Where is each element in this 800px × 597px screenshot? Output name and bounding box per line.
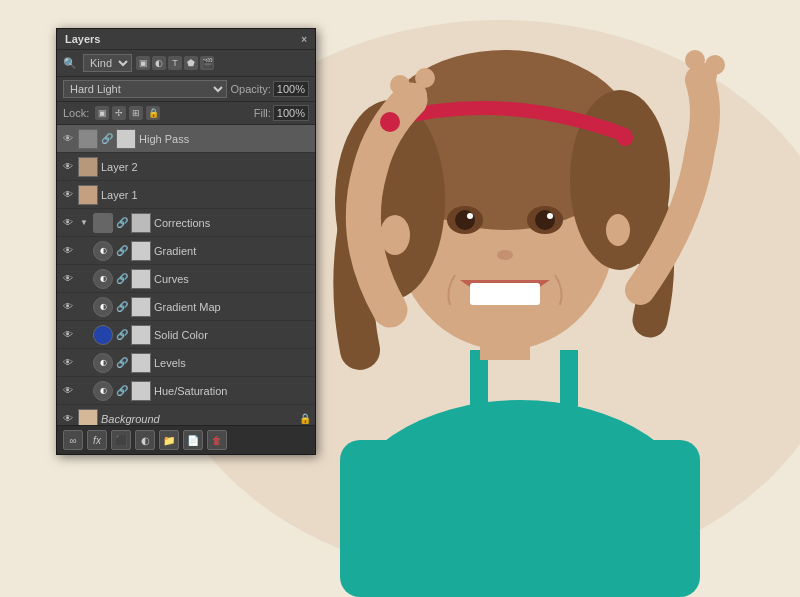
lock-artboard-icon[interactable]: ⊞ [129, 106, 143, 120]
layer-name-2: Layer 2 [101, 161, 311, 173]
mask-corrections [131, 213, 151, 233]
thumb-hue-sat: ◐ [93, 381, 113, 401]
layer-name-high-pass: High Pass [139, 133, 311, 145]
svg-point-20 [606, 214, 630, 246]
panel-header: Layers × [57, 29, 315, 50]
layer-high-pass[interactable]: 👁 🔗 High Pass [57, 125, 315, 153]
panel-title: Layers [65, 33, 100, 45]
delete-layer-button[interactable]: 🗑 [207, 430, 227, 450]
filter-icons: ▣ ◐ T ⬟ 🎬 [136, 56, 214, 70]
layers-panel: Layers × 🔍 Kind ▣ ◐ T ⬟ 🎬 Hard Light Nor… [56, 28, 316, 455]
eye-icon-layer2[interactable]: 👁 [61, 160, 75, 174]
layer-name-hue-sat: Hue/Saturation [154, 385, 311, 397]
lock-all-icon[interactable]: 🔒 [146, 106, 160, 120]
layer-background[interactable]: 👁 Background 🔒 [57, 405, 315, 425]
layer-name-gradient: Gradient [154, 245, 311, 257]
layer-corrections-group[interactable]: 👁 ▼ 🔗 Corrections [57, 209, 315, 237]
eye-icon-high-pass[interactable]: 👁 [61, 132, 75, 146]
svg-rect-5 [560, 350, 578, 470]
thumb-levels: ◐ [93, 353, 113, 373]
thumb-layer2 [78, 157, 98, 177]
mask-high-pass [116, 129, 136, 149]
eye-icon-gradient-map[interactable]: 👁 [61, 300, 75, 314]
layer-name-corrections: Corrections [154, 217, 311, 229]
svg-rect-4 [470, 350, 488, 470]
svg-point-26 [685, 50, 705, 70]
mask-curves [131, 269, 151, 289]
link-icon-levels: 🔗 [116, 357, 128, 369]
fill-group: Fill: 100% [254, 105, 309, 121]
link-icon-curves: 🔗 [116, 273, 128, 285]
svg-rect-18 [470, 283, 540, 305]
layer-1[interactable]: 👁 Layer 1 [57, 181, 315, 209]
layer-list: 👁 🔗 High Pass 👁 Layer 2 👁 Layer 1 [57, 125, 315, 425]
svg-point-27 [380, 112, 400, 132]
layer-curves[interactable]: 👁 ◐ 🔗 Curves [57, 265, 315, 293]
eye-icon-background[interactable]: 👁 [61, 412, 75, 426]
filter-kind-icon: 🔍 [63, 57, 77, 70]
thumb-high-pass [78, 129, 98, 149]
thumb-solid-color [93, 325, 113, 345]
svg-point-28 [617, 130, 633, 146]
thumb-layer1 [78, 185, 98, 205]
eye-icon-solid-color[interactable]: 👁 [61, 328, 75, 342]
layer-name-solid-color: Solid Color [154, 329, 311, 341]
layer-levels[interactable]: 👁 ◐ 🔗 Levels [57, 349, 315, 377]
svg-point-14 [535, 210, 555, 230]
panel-header-controls: × [301, 34, 307, 45]
new-layer-button[interactable]: 📄 [183, 430, 203, 450]
svg-point-13 [455, 210, 475, 230]
filter-kind-select[interactable]: Kind [83, 54, 132, 72]
eye-icon-gradient[interactable]: 👁 [61, 244, 75, 258]
lock-label: Lock: [63, 107, 89, 119]
layer-gradient[interactable]: 👁 ◐ 🔗 Gradient [57, 237, 315, 265]
layer-solid-color[interactable]: 👁 🔗 Solid Color [57, 321, 315, 349]
mask-solid-color [131, 325, 151, 345]
link-icon-high-pass: 🔗 [101, 133, 113, 145]
panel-close-button[interactable]: × [301, 34, 307, 45]
shape-filter-icon[interactable]: ⬟ [184, 56, 198, 70]
eye-icon-levels[interactable]: 👁 [61, 356, 75, 370]
mask-hue-sat [131, 381, 151, 401]
svg-point-17 [497, 250, 513, 260]
lock-pixel-icon[interactable]: ▣ [95, 106, 109, 120]
eye-icon-corrections[interactable]: 👁 [61, 216, 75, 230]
eye-icon-curves[interactable]: 👁 [61, 272, 75, 286]
add-group-button[interactable]: 📁 [159, 430, 179, 450]
smart-filter-icon[interactable]: 🎬 [200, 56, 214, 70]
pixel-filter-icon[interactable]: ▣ [136, 56, 150, 70]
thumb-gradient: ◐ [93, 241, 113, 261]
type-filter-icon[interactable]: T [168, 56, 182, 70]
fx-button[interactable]: fx [87, 430, 107, 450]
svg-point-15 [467, 213, 473, 219]
opacity-label: Opacity: [231, 83, 271, 95]
mask-gradient-map [131, 297, 151, 317]
eye-icon-hue-sat[interactable]: 👁 [61, 384, 75, 398]
svg-point-25 [705, 55, 725, 75]
link-icon-gradient: 🔗 [116, 245, 128, 257]
layer-gradient-map[interactable]: 👁 ◐ 🔗 Gradient Map [57, 293, 315, 321]
add-mask-button[interactable]: ⬛ [111, 430, 131, 450]
lock-row: Lock: ▣ ✢ ⊞ 🔒 Fill: 100% [57, 102, 315, 125]
fill-value[interactable]: 100% [273, 105, 309, 121]
layer-hue-saturation[interactable]: 👁 ◐ 🔗 Hue/Saturation [57, 377, 315, 405]
opacity-value[interactable]: 100% [273, 81, 309, 97]
link-icon-hue-sat: 🔗 [116, 385, 128, 397]
layer-name-background: Background [101, 413, 296, 425]
layer-name-levels: Levels [154, 357, 311, 369]
add-adjustment-button[interactable]: ◐ [135, 430, 155, 450]
svg-point-19 [380, 215, 410, 255]
layer-2[interactable]: 👁 Layer 2 [57, 153, 315, 181]
fill-label: Fill: [254, 107, 271, 119]
lock-background-icon: 🔒 [299, 413, 311, 425]
svg-point-23 [415, 68, 435, 88]
lock-position-icon[interactable]: ✢ [112, 106, 126, 120]
adjustment-filter-icon[interactable]: ◐ [152, 56, 166, 70]
lock-icons: ▣ ✢ ⊞ 🔒 [95, 106, 160, 120]
group-arrow-corrections[interactable]: ▼ [78, 217, 90, 229]
blend-mode-select[interactable]: Hard Light Normal Multiply Screen Overla… [63, 80, 227, 98]
layer-name-gradient-map: Gradient Map [154, 301, 311, 313]
eye-icon-layer1[interactable]: 👁 [61, 188, 75, 202]
link-layers-button[interactable]: ∞ [63, 430, 83, 450]
opacity-group: Opacity: 100% [231, 81, 310, 97]
